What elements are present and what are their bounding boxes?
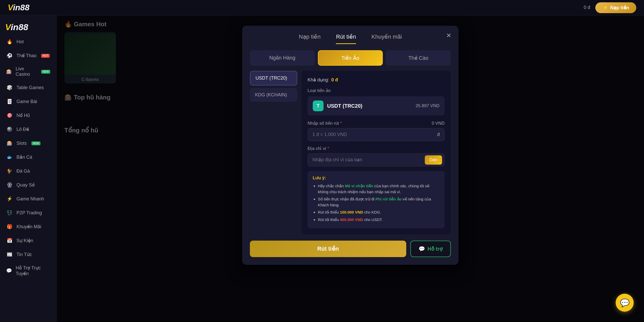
sidebar-item-the-thao[interactable]: ⚽ Thể Thao HOT xyxy=(0,49,56,63)
p2p-icon: 💱 xyxy=(6,209,13,216)
available-row: Khả dụng: 0 đ xyxy=(308,77,445,83)
notice-item-1: Hãy chắc chắn Mã ví nhận tiền của bạn ch… xyxy=(318,183,439,195)
slots-icon: 🎰 xyxy=(6,140,13,147)
sidebar-item-ban-ca[interactable]: 🐟 Bắn Cá xyxy=(0,150,56,164)
slots-new-badge: NEW xyxy=(31,141,40,145)
wallet-required: * xyxy=(327,146,329,151)
coin-rate: 25.897 VND xyxy=(416,103,439,108)
wallet-label-row: Địa chỉ ví * xyxy=(308,146,445,151)
topbar-right: 0 đ ⚡ Nạp tiền xyxy=(584,2,636,13)
lode-icon: 🎱 xyxy=(6,126,13,133)
amount-unit: đ xyxy=(437,132,440,137)
wallet-address-input[interactable] xyxy=(308,153,445,166)
sidebar-item-slots[interactable]: 🎰 Slots NEW xyxy=(0,136,56,150)
tab-nap-tien[interactable]: Nạp tiền xyxy=(299,33,320,44)
nap-tien-icon: ⚡ xyxy=(603,5,608,11)
wheel-icon: 🎡 xyxy=(6,182,13,188)
wallet-input-row: Địa chỉ ví * Dán xyxy=(308,146,445,166)
sidebar-item-game-nhanh[interactable]: ⚡ Game Nhanh xyxy=(0,192,56,206)
notice-item-3: Rút tối thiểu 100.000 VND cho KDG. xyxy=(318,209,439,215)
gift-icon: 🎁 xyxy=(6,223,13,230)
support-icon: 💬 xyxy=(6,267,12,274)
amount-label: Nhập số tiền rút * xyxy=(308,121,342,126)
crypto-option-kdg[interactable]: KDG (KCHAIN) xyxy=(250,88,297,102)
event-icon: 📅 xyxy=(6,237,13,244)
sidebar-item-lo-de[interactable]: 🎱 Lô Đề xyxy=(0,122,56,136)
sidebar-item-game-bai[interactable]: 🃏 Game Bài xyxy=(0,95,56,108)
logo-text: V xyxy=(8,3,13,12)
rut-tien-button[interactable]: Rút tiền xyxy=(250,241,406,257)
modal-body: USDT (TRC20) KDG (KCHAIN) Khả dụng: 0 đ … xyxy=(242,71,459,234)
chat-icon: 💬 xyxy=(620,298,630,307)
nap-tien-button[interactable]: ⚡ Nạp tiền xyxy=(595,2,636,13)
sidebar-item-quay-so[interactable]: 🎡 Quay Số xyxy=(0,178,56,192)
notice-item-4: Rút tối thiểu 400.000 VND cho USDT. xyxy=(318,217,439,223)
amount-value: 0 VND xyxy=(432,121,445,126)
modal-footer: Rút tiền 💬 Hỗ trợ xyxy=(242,234,459,257)
crypto-option-usdt[interactable]: USDT (TRC20) xyxy=(250,71,297,86)
subtab-the-cao[interactable]: Thẻ Cào xyxy=(386,50,451,66)
tab-khuyen-mai[interactable]: Khuyến mãi xyxy=(371,33,402,44)
available-amount: 0 đ xyxy=(331,77,338,83)
modal: Nạp tiền Rút tiền Khuyến mãi ✕ Ngân Hàng… xyxy=(242,26,459,265)
coin-selector[interactable]: T USDT (TRC20) 25.897 VND xyxy=(308,96,445,115)
amount-input[interactable] xyxy=(312,132,437,137)
notice-item-2: Số tiền thực nhận đã được trừ đi Phí rút… xyxy=(318,196,439,208)
sidebar-item-no-hu[interactable]: 🎯 Nổ Hũ xyxy=(0,108,56,122)
hotro-label: Hỗ trợ xyxy=(428,246,443,252)
notice-box: Lưu ý: Hãy chắc chắn Mã ví nhận tiền của… xyxy=(308,171,445,228)
available-label: Khả dụng: xyxy=(308,77,329,83)
balance-display: 0 đ xyxy=(584,5,590,10)
sidebar-logo: Vin88 xyxy=(0,18,56,35)
new-badge: NEW xyxy=(41,70,50,74)
chat-button[interactable]: 💬 xyxy=(616,294,634,312)
sidebar-item-da-ga[interactable]: 🐓 Đá Gà xyxy=(0,164,56,178)
wallet-label: Địa chỉ ví * xyxy=(308,146,329,151)
hotro-button[interactable]: 💬 Hỗ trợ xyxy=(410,241,451,257)
sidebar-item-hot[interactable]: 🔥 Hot xyxy=(0,35,56,49)
topbar: Vin88 0 đ ⚡ Nạp tiền xyxy=(0,0,644,15)
amount-required: * xyxy=(340,121,342,126)
logo-text-suffix: in88 xyxy=(13,3,29,12)
dan-button[interactable]: Dán xyxy=(425,155,442,165)
cards-icon: 🃏 xyxy=(6,98,13,105)
hot-icon: 🔥 xyxy=(6,38,13,45)
notice-list: Hãy chắc chắn Mã ví nhận tiền của bạn ch… xyxy=(313,183,439,223)
modal-header: Nạp tiền Rút tiền Khuyến mãi ✕ xyxy=(242,26,459,44)
coin-type-label: Loại tiền ảo xyxy=(308,88,445,93)
subtab-tien-ao[interactable]: Tiền Ảo xyxy=(318,50,383,66)
main-content: 🔥 Games Hot C-Sports 🎰 Top hũ hàng Tổng … xyxy=(57,15,644,322)
sidebar-item-khuyen-mai[interactable]: 🎁 Khuyến Mãi xyxy=(0,220,56,234)
wallet-input-wrap: Dán xyxy=(308,153,445,166)
amount-label-row: Nhập số tiền rút * 0 VND xyxy=(308,121,445,126)
logo: Vin88 xyxy=(8,3,29,12)
amount-input-row: Nhập số tiền rút * 0 VND đ xyxy=(308,121,445,141)
modal-subtabs: Ngân Hàng Tiền Ảo Thẻ Cào xyxy=(242,44,459,71)
amount-input-wrapper: đ xyxy=(308,128,445,141)
coin-icon: T xyxy=(313,100,324,111)
hot-badge: HOT xyxy=(41,54,50,58)
hotro-icon: 💬 xyxy=(419,246,425,252)
fish-icon: 🐟 xyxy=(6,154,13,160)
coin-name: USDT (TRC20) xyxy=(327,103,412,109)
sidebar-item-table-games[interactable]: 🎲 Table Games xyxy=(0,81,56,95)
sidebar-item-ho-tro[interactable]: 💬 Hỗ Trợ Trực Tuyến xyxy=(0,261,56,280)
slot-icon: 🎯 xyxy=(6,112,13,119)
rooster-icon: 🐓 xyxy=(6,168,13,174)
sidebar-item-p2p[interactable]: 💱 P2P Trading xyxy=(0,206,56,220)
news-icon: 📰 xyxy=(6,251,13,258)
sidebar-item-tin-tuc[interactable]: 📰 Tin Tức xyxy=(0,248,56,261)
sidebar: Vin88 🔥 Hot ⚽ Thể Thao HOT 🎰 Live Casino… xyxy=(0,15,57,322)
subtab-ngan-hang[interactable]: Ngân Hàng xyxy=(250,50,315,66)
sidebar-item-su-kien[interactable]: 📅 Sự Kiện xyxy=(0,234,56,248)
tab-rut-tien[interactable]: Rút tiền xyxy=(336,33,356,44)
modal-overlay: Nạp tiền Rút tiền Khuyến mãi ✕ Ngân Hàng… xyxy=(57,15,644,322)
casino-icon: 🎰 xyxy=(6,68,12,75)
notice-title: Lưu ý: xyxy=(313,175,439,181)
crypto-form: Khả dụng: 0 đ Loại tiền ảo T USDT (TRC20… xyxy=(301,71,451,234)
crypto-options-list: USDT (TRC20) KDG (KCHAIN) xyxy=(250,71,301,234)
sidebar-item-live-casino[interactable]: 🎰 Live Casino NEW xyxy=(0,63,56,81)
modal-close-button[interactable]: ✕ xyxy=(444,31,453,40)
sports-icon: ⚽ xyxy=(6,52,13,59)
lightning-icon: ⚡ xyxy=(6,196,13,202)
